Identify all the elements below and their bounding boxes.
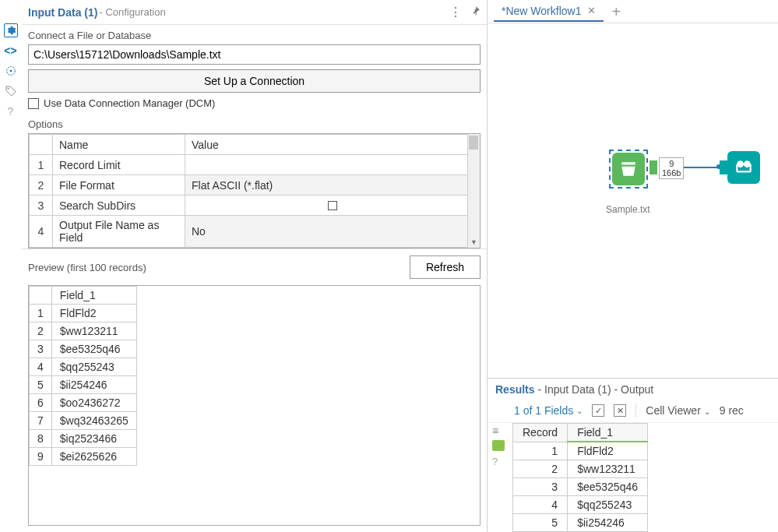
results-row-num: 4 — [513, 496, 568, 514]
config-title: Input Data (1) — [28, 6, 97, 19]
input-anchor[interactable] — [720, 160, 727, 174]
connection-wire[interactable] — [684, 167, 718, 168]
left-icon-sidebar: <> ? — [0, 0, 22, 532]
preview-cell: $ii254246 — [51, 376, 136, 394]
tab-label: *New Workflow1 — [502, 5, 581, 17]
preview-cell: $ei2625626 — [51, 448, 136, 466]
tab-new-workflow[interactable]: *New Workflow1 ✕ — [494, 2, 604, 22]
svg-point-2 — [7, 88, 9, 90]
close-icon[interactable]: ✕ — [587, 5, 596, 16]
tag-icon[interactable] — [4, 84, 18, 98]
preview-row-num: 7 — [30, 412, 52, 430]
option-value[interactable] — [185, 196, 480, 216]
input-data-tool-icon — [612, 153, 645, 185]
svg-point-3 — [737, 160, 744, 167]
preview-cell: $iq2523466 — [51, 430, 136, 448]
options-table: Name Value 1 Record Limit 2 File Format … — [28, 133, 481, 248]
help-icon[interactable]: ? — [492, 456, 505, 467]
tab-bar: *New Workflow1 ✕ + — [488, 0, 778, 23]
output-anchor[interactable] — [650, 160, 657, 174]
setup-connection-button[interactable]: Set Up a Connection — [28, 69, 481, 93]
list-icon[interactable]: ≡ — [492, 425, 505, 435]
results-table: Record Field_1 1FldFld22$ww1232113$ee532… — [512, 423, 648, 532]
option-row-num: 4 — [30, 216, 53, 248]
preview-row-num: 9 — [30, 448, 52, 466]
preview-cell: $ww123211 — [51, 322, 136, 340]
option-value[interactable]: Flat ASCII (*.flat)⌄ — [185, 175, 480, 196]
target-icon[interactable] — [4, 64, 18, 78]
options-label: Options — [22, 114, 487, 133]
data-icon[interactable] — [492, 440, 505, 451]
results-panel: Results - Input Data (1) - Output 1 of 1… — [488, 378, 778, 532]
results-row-num: 3 — [513, 478, 568, 496]
results-cell: $ee5325q46 — [568, 478, 648, 496]
browse-node[interactable] — [727, 151, 760, 184]
preview-row-num: 2 — [30, 322, 52, 340]
svg-point-4 — [744, 160, 751, 167]
more-icon[interactable]: ⋮ — [449, 5, 462, 19]
results-header: Results - Input Data (1) - Output — [488, 379, 778, 400]
configuration-panel: Input Data (1) - Configuration ⋮ Connect… — [22, 0, 488, 532]
node-label: Sample.txt — [606, 204, 650, 215]
results-row-num: 5 — [513, 514, 568, 532]
gear-icon[interactable] — [4, 23, 18, 37]
dcm-checkbox[interactable] — [28, 98, 39, 109]
preview-row-num: 5 — [30, 376, 52, 394]
option-value[interactable] — [185, 155, 480, 175]
right-panel: *New Workflow1 ✕ + 9 166b — [488, 0, 778, 532]
option-row-num: 3 — [30, 196, 53, 216]
results-subtitle: - Input Data (1) - Output — [535, 383, 654, 396]
dcm-label: Use Data Connection Manager (DCM) — [44, 97, 215, 109]
option-name: Output File Name as Field — [53, 216, 185, 248]
results-cell: $ww123211 — [568, 460, 648, 478]
x-icon[interactable]: ✕ — [614, 404, 626, 417]
option-row-num: 2 — [30, 175, 53, 196]
preview-col-field1: Field_1 — [51, 287, 136, 305]
preview-cell: $oo2436272 — [51, 394, 136, 412]
preview-cell: $qq255243 — [51, 358, 136, 376]
add-tab-button[interactable]: + — [611, 4, 621, 19]
results-row-num: 2 — [513, 460, 568, 478]
options-scrollbar[interactable]: ▼ — [467, 134, 480, 248]
option-name: Record Limit — [53, 155, 185, 175]
svg-point-1 — [9, 70, 12, 72]
options-col-value: Value — [185, 135, 480, 155]
input-data-node[interactable] — [609, 150, 648, 188]
file-path-input[interactable] — [28, 44, 481, 65]
options-col-name: Name — [53, 135, 185, 155]
preview-label: Preview (first 100 records) — [28, 262, 146, 273]
config-header: Input Data (1) - Configuration ⋮ — [22, 0, 487, 25]
results-row-num: 1 — [513, 442, 568, 460]
fields-dropdown[interactable]: 1 of 1 Fields ⌄ — [514, 404, 583, 417]
results-cell: $ii254246 — [568, 514, 648, 532]
preview-table: Field_1 1FldFld22$ww1232113$ee5325q464$q… — [28, 285, 481, 526]
preview-cell: $wq32463265 — [51, 412, 136, 430]
results-col-record: Record — [513, 424, 568, 442]
results-side-icons: ≡ ? — [488, 423, 509, 532]
xml-icon[interactable]: <> — [4, 44, 18, 58]
check-icon[interactable]: ✓ — [592, 404, 604, 417]
option-name: File Format — [53, 175, 185, 196]
results-col-field1: Field_1 — [568, 424, 648, 442]
preview-row-num: 8 — [30, 430, 52, 448]
results-cell: $qq255243 — [568, 496, 648, 514]
option-value[interactable]: No⌄ — [185, 216, 480, 248]
pin-icon[interactable] — [470, 5, 481, 19]
record-count: 9 rec — [720, 404, 744, 417]
preview-cell: FldFld2 — [51, 305, 136, 322]
browse-tool-icon — [727, 151, 760, 184]
preview-row-num: 6 — [30, 394, 52, 412]
option-name: Search SubDirs — [53, 196, 185, 216]
record-count-badge: 9 166b — [659, 157, 684, 179]
refresh-button[interactable]: Refresh — [410, 255, 481, 279]
preview-row-num: 3 — [30, 340, 52, 358]
cell-viewer-dropdown[interactable]: Cell Viewer ⌄ — [646, 404, 709, 417]
results-title: Results — [495, 383, 535, 396]
preview-row-num: 4 — [30, 358, 52, 376]
connect-label: Connect a File or Database — [28, 30, 481, 41]
help-icon[interactable]: ? — [4, 104, 18, 118]
workflow-canvas[interactable]: 9 166b Sample.txt — [488, 23, 778, 378]
results-toolbar: 1 of 1 Fields ⌄ ✓ ✕ Cell Viewer ⌄ 9 rec — [488, 400, 778, 423]
results-cell: FldFld2 — [568, 442, 648, 460]
option-row-num: 1 — [30, 155, 53, 175]
